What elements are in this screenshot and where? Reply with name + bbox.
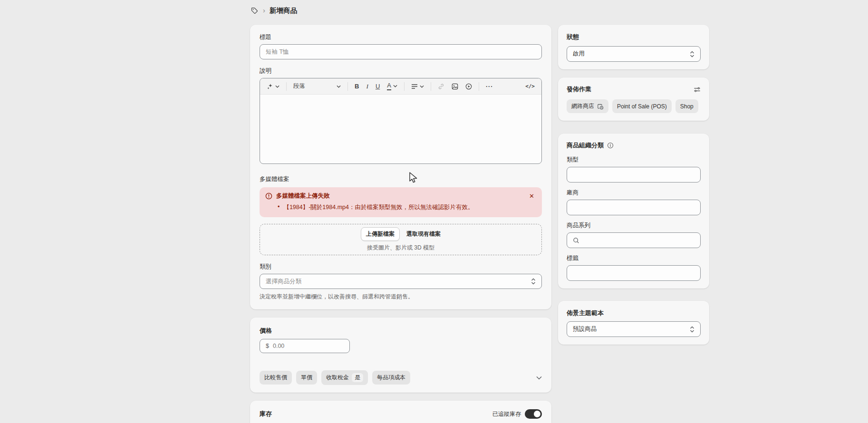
pricing-title: 價格	[260, 327, 272, 334]
error-banner-message: 【1984】-關於1984.mp4：由於檔案類型無效，所以無法確認影片有效。	[283, 203, 473, 212]
dropzone-hint: 接受圖片、影片或 3D 模型	[367, 244, 434, 252]
publishing-card: 發佈作業 網路商店	[558, 77, 709, 121]
product-organization-card: 商品組織分類 類型 廠商 商品系列	[558, 134, 709, 288]
text-color-button[interactable]: A	[385, 81, 399, 91]
info-icon[interactable]	[607, 142, 614, 149]
theme-template-select[interactable]: 預設商品	[567, 321, 701, 337]
theme-template-card: 佈景主題範本 預設商品	[558, 301, 709, 345]
underline-button[interactable]: U	[374, 81, 382, 91]
select-chevrons-icon	[690, 51, 694, 58]
ai-magic-button[interactable]	[265, 82, 281, 91]
error-banner-item: • 【1984】-關於1984.mp4：由於檔案類型無效，所以無法確認影片有效。	[265, 203, 536, 212]
italic-button[interactable]: I	[364, 81, 370, 92]
tags-field-group: 標籤	[567, 254, 701, 281]
video-icon[interactable]	[463, 82, 474, 91]
bullet: •	[278, 203, 280, 212]
paragraph-style-dropdown[interactable]: 段落	[291, 81, 343, 92]
image-icon[interactable]	[450, 82, 460, 91]
breadcrumb-separator-icon: ›	[263, 7, 265, 15]
description-textarea[interactable]	[260, 95, 541, 164]
organization-title: 商品組織分類	[567, 141, 604, 150]
inventory-card: 庫存 已追蹤庫存	[250, 401, 551, 423]
currency-prefix: $	[266, 343, 269, 349]
vendor-field-group: 廠商	[567, 189, 701, 215]
status-card: 狀態 啟用	[558, 25, 709, 69]
collections-label: 商品系列	[567, 221, 701, 230]
select-existing-file-button[interactable]: 選取現有檔案	[406, 230, 441, 238]
toolbar-divider	[347, 82, 348, 91]
page-title: 新增商品	[270, 6, 297, 15]
collections-field-group: 商品系列	[567, 221, 701, 248]
vendor-label: 廠商	[567, 189, 701, 197]
charge-tax-badge[interactable]: 收取稅金 是	[321, 370, 368, 385]
select-chevrons-icon	[690, 326, 694, 333]
more-options-button[interactable]: ···	[484, 82, 495, 91]
status-value: 啟用	[573, 50, 585, 58]
paragraph-style-label: 段落	[293, 82, 305, 90]
channel-label: Point of Sale (POS)	[617, 103, 667, 110]
sidebar-column: 狀態 啟用 發佈作業 網路商店	[558, 25, 709, 345]
vendor-input[interactable]	[567, 200, 701, 215]
type-label: 類型	[567, 156, 701, 164]
alignment-button[interactable]	[409, 82, 426, 91]
channel-online-store[interactable]: 網路商店	[567, 99, 608, 113]
text-color-label: A	[387, 82, 391, 90]
publishing-settings-icon[interactable]	[694, 86, 701, 93]
theme-template-title: 佈景主題範本	[567, 309, 604, 317]
compare-price-badge[interactable]: 比較售價	[260, 371, 292, 385]
charge-tax-value: 是	[352, 373, 363, 382]
cost-per-item-badge[interactable]: 每品項成本	[372, 371, 410, 385]
breadcrumb: › 新增商品	[251, 6, 297, 15]
category-label: 類別	[260, 263, 542, 271]
editor-toolbar: 段落 B I U A	[260, 78, 541, 95]
toolbar-divider	[404, 82, 405, 91]
new-product-page: › 新增商品 標題 說明	[0, 0, 868, 423]
category-select[interactable]: 選擇商品分類	[260, 274, 542, 289]
alert-circle-icon	[265, 192, 272, 200]
title-label: 標題	[260, 33, 542, 41]
channel-pos[interactable]: Point of Sale (POS)	[612, 99, 672, 113]
show-html-button[interactable]: </>	[523, 82, 537, 91]
media-label: 多媒體檔案	[260, 175, 542, 183]
expand-pricing-chevron-icon[interactable]	[536, 376, 542, 380]
charge-tax-label: 收取稅金	[326, 374, 349, 382]
pricing-options-row: 比較售價 單價 收取稅金 是 每品項成本	[260, 370, 542, 385]
description-editor: 段落 B I U A	[260, 78, 542, 164]
price-field[interactable]: $	[260, 339, 350, 353]
schedule-calendar-icon	[597, 103, 604, 110]
inventory-title: 庫存	[260, 410, 272, 418]
toolbar-divider	[431, 82, 431, 91]
channel-label: 網路商店	[571, 102, 594, 110]
track-inventory-toggle[interactable]	[525, 409, 542, 419]
close-icon[interactable]: ✕	[527, 192, 536, 200]
sales-channels: 網路商店 Point of Sale (POS) Shop	[567, 99, 701, 113]
main-column: 標題 說明 段落	[250, 25, 551, 423]
description-label: 說明	[260, 67, 542, 75]
bold-button[interactable]: B	[353, 81, 361, 91]
status-select[interactable]: 啟用	[567, 46, 701, 62]
link-icon[interactable]	[436, 82, 446, 91]
upload-new-file-button[interactable]: 上傳新檔案	[361, 227, 400, 241]
tags-input[interactable]	[567, 265, 701, 281]
collections-search-input[interactable]	[567, 232, 701, 248]
product-details-card: 標題 說明 段落	[250, 25, 551, 309]
status-label: 狀態	[567, 33, 579, 40]
toolbar-divider	[479, 82, 479, 91]
products-tag-icon[interactable]	[251, 7, 259, 15]
channel-shop[interactable]: Shop	[675, 99, 698, 113]
publishing-title: 發佈作業	[567, 85, 591, 94]
search-icon	[573, 237, 579, 244]
price-input[interactable]	[273, 343, 330, 349]
title-input[interactable]	[260, 44, 542, 59]
media-upload-error-banner: 多媒體檔案上傳失敗 ✕ • 【1984】-關於1984.mp4：由於檔案類型無效…	[260, 187, 542, 217]
media-dropzone[interactable]: 上傳新檔案 選取現有檔案 接受圖片、影片或 3D 模型	[260, 224, 542, 255]
channel-label: Shop	[680, 103, 694, 110]
category-help-text: 決定稅率並新增中繼欄位，以改善搜尋、篩選和跨管道銷售。	[260, 293, 542, 301]
type-field-group: 類型	[567, 156, 701, 183]
track-inventory-label: 已追蹤庫存	[492, 410, 521, 418]
unit-price-badge[interactable]: 單價	[296, 371, 317, 385]
error-banner-title: 多媒體檔案上傳失敗	[276, 192, 523, 200]
type-input[interactable]	[567, 167, 701, 183]
select-chevrons-icon	[531, 278, 536, 285]
tags-label: 標籤	[567, 254, 701, 262]
